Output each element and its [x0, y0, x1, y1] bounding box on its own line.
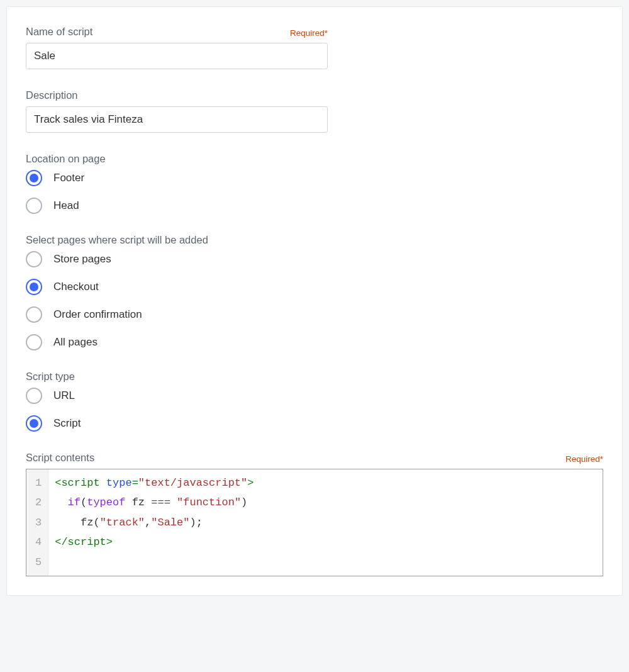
- radio-label: Head: [53, 199, 79, 212]
- radio-icon[interactable]: [26, 279, 42, 295]
- radio-label: Checkout: [53, 281, 99, 293]
- radio-label: Footer: [53, 172, 84, 184]
- name-required-badge: Required*: [290, 28, 328, 38]
- field-pages: Select pages where script will be added …: [26, 234, 603, 350]
- name-input[interactable]: [26, 43, 328, 69]
- radio-option[interactable]: Order confirmation: [26, 306, 603, 323]
- pages-radio-group: Store pagesCheckoutOrder confirmationAll…: [26, 251, 603, 350]
- code-lines[interactable]: <script type="text/javascript"> if(typeo…: [48, 469, 603, 576]
- description-label: Description: [26, 89, 78, 101]
- field-type: Script type URLScript: [26, 371, 603, 432]
- radio-option[interactable]: Footer: [26, 170, 603, 186]
- type-radio-group: URLScript: [26, 388, 603, 432]
- contents-required-badge: Required*: [565, 454, 603, 464]
- radio-option[interactable]: URL: [26, 388, 603, 404]
- radio-icon[interactable]: [26, 170, 42, 186]
- radio-label: Order confirmation: [53, 308, 142, 321]
- code-editor[interactable]: 12345 <script type="text/javascript"> if…: [26, 469, 603, 576]
- radio-icon[interactable]: [26, 388, 42, 404]
- radio-label: URL: [53, 389, 75, 402]
- form-card: Name of script Required* Description Loc…: [6, 6, 623, 596]
- location-label: Location on page: [26, 153, 106, 165]
- radio-option[interactable]: Script: [26, 415, 603, 432]
- radio-option[interactable]: Store pages: [26, 251, 603, 267]
- radio-icon[interactable]: [26, 334, 42, 350]
- field-description: Description: [26, 89, 328, 133]
- name-label: Name of script: [26, 26, 92, 38]
- code-gutter: 12345: [26, 469, 48, 576]
- radio-label: Script: [53, 417, 81, 430]
- field-name: Name of script Required*: [26, 26, 328, 69]
- radio-option[interactable]: All pages: [26, 334, 603, 350]
- radio-icon[interactable]: [26, 306, 42, 323]
- radio-icon[interactable]: [26, 251, 42, 267]
- radio-icon[interactable]: [26, 415, 42, 432]
- radio-label: Store pages: [53, 253, 111, 266]
- type-label: Script type: [26, 371, 75, 383]
- radio-label: All pages: [53, 336, 97, 349]
- radio-option[interactable]: Head: [26, 198, 603, 214]
- location-radio-group: FooterHead: [26, 170, 603, 214]
- description-input[interactable]: [26, 106, 328, 133]
- radio-icon[interactable]: [26, 198, 42, 214]
- pages-label: Select pages where script will be added: [26, 234, 208, 246]
- radio-option[interactable]: Checkout: [26, 279, 603, 295]
- field-contents: Script contents Required* 12345 <script …: [26, 452, 603, 576]
- field-location: Location on page FooterHead: [26, 153, 603, 214]
- contents-label: Script contents: [26, 452, 94, 464]
